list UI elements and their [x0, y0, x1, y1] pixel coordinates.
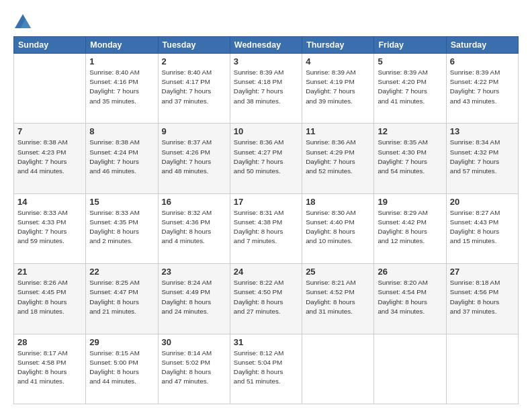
weekday-header-wednesday: Wednesday — [230, 37, 302, 54]
day-info: Sunrise: 8:33 AM Sunset: 4:33 PM Dayligh… — [17, 208, 82, 246]
day-number: 29 — [89, 337, 154, 347]
day-info: Sunrise: 8:35 AM Sunset: 4:30 PM Dayligh… — [378, 138, 442, 176]
day-info: Sunrise: 8:27 AM Sunset: 4:43 PM Dayligh… — [450, 208, 515, 246]
day-cell: 7Sunrise: 8:38 AM Sunset: 4:23 PM Daylig… — [14, 124, 86, 193]
calendar-page: SundayMondayTuesdayWednesdayThursdayFrid… — [0, 0, 532, 411]
day-info: Sunrise: 8:24 AM Sunset: 4:49 PM Dayligh… — [162, 278, 226, 316]
day-number: 20 — [450, 197, 515, 207]
logo-icon — [13, 12, 32, 31]
weekday-header-tuesday: Tuesday — [158, 37, 230, 54]
day-cell: 21Sunrise: 8:26 AM Sunset: 4:45 PM Dayli… — [14, 264, 86, 334]
day-number: 30 — [162, 337, 226, 347]
week-row-2: 7Sunrise: 8:38 AM Sunset: 4:23 PM Daylig… — [14, 124, 519, 193]
weekday-header-thursday: Thursday — [302, 37, 374, 54]
day-cell: 24Sunrise: 8:22 AM Sunset: 4:50 PM Dayli… — [230, 264, 302, 334]
weekday-header-sunday: Sunday — [14, 37, 86, 54]
day-number: 8 — [89, 126, 154, 136]
day-cell: 16Sunrise: 8:32 AM Sunset: 4:36 PM Dayli… — [158, 193, 230, 263]
day-number: 1 — [89, 56, 154, 66]
day-number: 16 — [162, 197, 226, 207]
day-info: Sunrise: 8:39 AM Sunset: 4:22 PM Dayligh… — [450, 68, 515, 106]
day-cell: 29Sunrise: 8:15 AM Sunset: 5:00 PM Dayli… — [86, 334, 158, 404]
day-info: Sunrise: 8:38 AM Sunset: 4:24 PM Dayligh… — [89, 138, 154, 176]
day-cell — [446, 334, 518, 404]
day-info: Sunrise: 8:20 AM Sunset: 4:54 PM Dayligh… — [378, 278, 442, 316]
weekday-header-friday: Friday — [374, 37, 446, 54]
day-number: 19 — [378, 197, 442, 207]
day-info: Sunrise: 8:12 AM Sunset: 5:04 PM Dayligh… — [234, 349, 298, 387]
day-cell: 26Sunrise: 8:20 AM Sunset: 4:54 PM Dayli… — [374, 264, 446, 334]
day-info: Sunrise: 8:32 AM Sunset: 4:36 PM Dayligh… — [162, 208, 226, 246]
day-info: Sunrise: 8:40 AM Sunset: 4:17 PM Dayligh… — [162, 68, 226, 106]
day-cell: 28Sunrise: 8:17 AM Sunset: 4:58 PM Dayli… — [14, 334, 86, 404]
day-cell — [374, 334, 446, 404]
day-info: Sunrise: 8:36 AM Sunset: 4:29 PM Dayligh… — [306, 138, 370, 176]
day-number: 10 — [234, 126, 298, 136]
week-row-5: 28Sunrise: 8:17 AM Sunset: 4:58 PM Dayli… — [14, 334, 519, 404]
day-number: 31 — [234, 337, 298, 347]
day-cell: 13Sunrise: 8:34 AM Sunset: 4:32 PM Dayli… — [446, 124, 518, 193]
weekday-header-saturday: Saturday — [446, 37, 518, 54]
week-row-3: 14Sunrise: 8:33 AM Sunset: 4:33 PM Dayli… — [14, 193, 519, 263]
day-info: Sunrise: 8:40 AM Sunset: 4:16 PM Dayligh… — [89, 68, 154, 106]
day-info: Sunrise: 8:29 AM Sunset: 4:42 PM Dayligh… — [378, 208, 442, 246]
day-number: 18 — [306, 197, 370, 207]
day-cell: 19Sunrise: 8:29 AM Sunset: 4:42 PM Dayli… — [374, 193, 446, 263]
day-info: Sunrise: 8:37 AM Sunset: 4:26 PM Dayligh… — [162, 138, 226, 176]
day-number: 14 — [17, 197, 82, 207]
day-cell — [14, 54, 86, 124]
day-number: 13 — [450, 126, 515, 136]
day-number: 17 — [234, 197, 298, 207]
header — [13, 12, 519, 31]
day-info: Sunrise: 8:34 AM Sunset: 4:32 PM Dayligh… — [450, 138, 515, 176]
day-cell: 25Sunrise: 8:21 AM Sunset: 4:52 PM Dayli… — [302, 264, 374, 334]
day-cell — [302, 334, 374, 404]
day-number: 27 — [450, 267, 515, 277]
day-info: Sunrise: 8:25 AM Sunset: 4:47 PM Dayligh… — [89, 278, 154, 316]
day-info: Sunrise: 8:39 AM Sunset: 4:18 PM Dayligh… — [234, 68, 298, 106]
weekday-header-monday: Monday — [86, 37, 158, 54]
day-info: Sunrise: 8:22 AM Sunset: 4:50 PM Dayligh… — [234, 278, 298, 316]
day-info: Sunrise: 8:31 AM Sunset: 4:38 PM Dayligh… — [234, 208, 298, 246]
day-cell: 8Sunrise: 8:38 AM Sunset: 4:24 PM Daylig… — [86, 124, 158, 193]
day-cell: 5Sunrise: 8:39 AM Sunset: 4:20 PM Daylig… — [374, 54, 446, 124]
day-number: 24 — [234, 267, 298, 277]
day-number: 2 — [162, 56, 226, 66]
day-number: 26 — [378, 267, 442, 277]
day-number: 4 — [306, 56, 370, 66]
day-cell: 17Sunrise: 8:31 AM Sunset: 4:38 PM Dayli… — [230, 193, 302, 263]
day-cell: 11Sunrise: 8:36 AM Sunset: 4:29 PM Dayli… — [302, 124, 374, 193]
day-number: 5 — [378, 56, 442, 66]
day-cell: 1Sunrise: 8:40 AM Sunset: 4:16 PM Daylig… — [86, 54, 158, 124]
day-cell: 27Sunrise: 8:18 AM Sunset: 4:56 PM Dayli… — [446, 264, 518, 334]
day-cell: 22Sunrise: 8:25 AM Sunset: 4:47 PM Dayli… — [86, 264, 158, 334]
day-number: 12 — [378, 126, 442, 136]
week-row-1: 1Sunrise: 8:40 AM Sunset: 4:16 PM Daylig… — [14, 54, 519, 124]
day-number: 6 — [450, 56, 515, 66]
day-number: 22 — [89, 267, 154, 277]
day-number: 9 — [162, 126, 226, 136]
day-info: Sunrise: 8:36 AM Sunset: 4:27 PM Dayligh… — [234, 138, 298, 176]
day-info: Sunrise: 8:14 AM Sunset: 5:02 PM Dayligh… — [162, 349, 226, 387]
day-cell: 6Sunrise: 8:39 AM Sunset: 4:22 PM Daylig… — [446, 54, 518, 124]
week-row-4: 21Sunrise: 8:26 AM Sunset: 4:45 PM Dayli… — [14, 264, 519, 334]
day-cell: 14Sunrise: 8:33 AM Sunset: 4:33 PM Dayli… — [14, 193, 86, 263]
day-info: Sunrise: 8:33 AM Sunset: 4:35 PM Dayligh… — [89, 208, 154, 246]
day-cell: 10Sunrise: 8:36 AM Sunset: 4:27 PM Dayli… — [230, 124, 302, 193]
day-cell: 9Sunrise: 8:37 AM Sunset: 4:26 PM Daylig… — [158, 124, 230, 193]
day-cell: 30Sunrise: 8:14 AM Sunset: 5:02 PM Dayli… — [158, 334, 230, 404]
day-info: Sunrise: 8:21 AM Sunset: 4:52 PM Dayligh… — [306, 278, 370, 316]
day-number: 15 — [89, 197, 154, 207]
day-info: Sunrise: 8:17 AM Sunset: 4:58 PM Dayligh… — [17, 349, 82, 387]
logo — [13, 12, 35, 31]
day-info: Sunrise: 8:26 AM Sunset: 4:45 PM Dayligh… — [17, 278, 82, 316]
day-info: Sunrise: 8:38 AM Sunset: 4:23 PM Dayligh… — [17, 138, 82, 176]
day-number: 11 — [306, 126, 370, 136]
day-cell: 2Sunrise: 8:40 AM Sunset: 4:17 PM Daylig… — [158, 54, 230, 124]
day-cell: 15Sunrise: 8:33 AM Sunset: 4:35 PM Dayli… — [86, 193, 158, 263]
day-info: Sunrise: 8:39 AM Sunset: 4:19 PM Dayligh… — [306, 68, 370, 106]
day-number: 28 — [17, 337, 82, 347]
day-info: Sunrise: 8:15 AM Sunset: 5:00 PM Dayligh… — [89, 349, 154, 387]
day-number: 7 — [17, 126, 82, 136]
day-cell: 12Sunrise: 8:35 AM Sunset: 4:30 PM Dayli… — [374, 124, 446, 193]
